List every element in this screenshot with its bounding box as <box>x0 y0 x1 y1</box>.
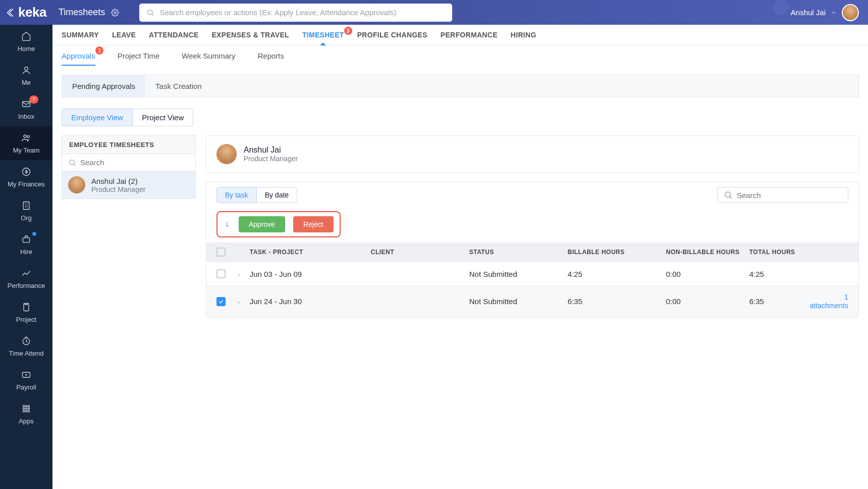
subtab-project-time[interactable]: Project Time <box>118 45 159 66</box>
employee-info: Anshul Jai (2) Product Manager <box>91 177 145 193</box>
toggle-employee-view[interactable]: Employee View <box>62 109 133 126</box>
badge: 7 <box>29 95 38 104</box>
sidebar-item-my-finances[interactable]: My Finances <box>0 160 52 194</box>
sidebar-item-inbox[interactable]: 7 Inbox <box>0 92 52 126</box>
sidebar-item-hire[interactable]: Hire <box>0 228 52 262</box>
gear-icon[interactable] <box>111 9 119 17</box>
toggle-by-date[interactable]: By date <box>257 187 297 203</box>
subtab-approvals[interactable]: Approvals 3 <box>62 45 95 66</box>
cell-status: Not Submitted <box>469 297 568 306</box>
toggle-project-view[interactable]: Project View <box>133 109 193 126</box>
sidebar-item-me[interactable]: Me <box>0 59 52 92</box>
employee-list-item[interactable]: Anshul Jai (2) Product Manager <box>62 171 196 199</box>
tab-performance[interactable]: PERFORMANCE <box>441 25 498 45</box>
chevron-right-icon[interactable]: › <box>238 298 240 306</box>
col-task: TASK - PROJECT <box>250 249 371 256</box>
attachments-link[interactable]: 1 attachments <box>810 293 848 310</box>
sidebar-item-payroll[interactable]: Payroll <box>0 363 52 397</box>
tab-summary[interactable]: SUMMARY <box>62 25 99 45</box>
avatar[interactable] <box>842 4 859 21</box>
sidebar-item-home[interactable]: Home <box>0 25 52 59</box>
tab-expenses-travel[interactable]: EXPENSES & TRAVEL <box>211 25 289 45</box>
logo-icon <box>6 8 16 18</box>
chevron-right-icon[interactable]: › <box>238 271 240 278</box>
finance-icon <box>21 166 32 177</box>
sidebar-item-label: Performance <box>8 282 45 289</box>
subtab-week-summary[interactable]: Week Summary <box>182 45 235 66</box>
sidebar-item-label: Time Attend <box>9 350 44 357</box>
search-icon <box>724 190 733 200</box>
approve-button[interactable]: Approve <box>239 216 285 232</box>
cell-total: 4:25 <box>749 270 810 278</box>
col-billable: BILLABLE HOURS <box>568 249 666 256</box>
svg-line-2 <box>152 14 153 16</box>
reject-button[interactable]: Reject <box>293 216 334 232</box>
row-checkbox[interactable] <box>216 269 226 278</box>
sidebar-item-time-attend[interactable]: Time Attend <box>0 329 52 363</box>
employee-panel: EMPLOYEE TIMESHEETS Anshul Jai (2) Produ… <box>62 135 196 199</box>
svg-point-15 <box>28 405 29 407</box>
user-icon <box>21 65 32 76</box>
svg-point-17 <box>25 408 27 409</box>
primary-tabs: SUMMARY LEAVE ATTENDANCE EXPENSES & TRAV… <box>52 25 868 45</box>
global-search-input[interactable] <box>159 8 445 17</box>
toggle-by-task[interactable]: By task <box>216 187 257 203</box>
approval-tabs: Pending Approvals Task Creation <box>62 75 859 97</box>
tab-task-creation[interactable]: Task Creation <box>145 75 212 97</box>
tab-pending-approvals[interactable]: Pending Approvals <box>62 75 145 97</box>
hire-icon <box>21 234 32 245</box>
employee-name: Anshul Jai (2) <box>91 177 145 185</box>
col-nonbillable: NON-BILLABLE HOURS <box>666 249 749 256</box>
cell-attachments: 1 attachments <box>810 293 848 310</box>
user-menu[interactable]: Anshul Jai <box>791 4 859 21</box>
inner-content: Pending Approvals Task Creation Employee… <box>52 66 868 327</box>
table-row[interactable]: › Jun 03 - Jun 09 Not Submitted 4:25 0:0… <box>206 262 858 285</box>
tab-timesheet[interactable]: TIMESHEET 3 <box>302 25 344 45</box>
search-icon <box>68 159 76 167</box>
tab-label: TIMESHEET <box>302 31 344 39</box>
svg-point-22 <box>70 160 74 164</box>
home-icon <box>21 31 32 42</box>
select-all-checkbox[interactable] <box>216 248 226 257</box>
clock-icon <box>21 335 32 347</box>
tab-leave[interactable]: LEAVE <box>112 25 136 45</box>
cell-range: Jun 24 - Jun 30 <box>250 297 371 306</box>
attachments-label: attachments <box>810 302 848 310</box>
row-checkbox[interactable] <box>216 297 226 306</box>
table-search-input[interactable] <box>737 191 842 200</box>
sidebar-item-project[interactable]: Project <box>0 296 52 329</box>
avatar <box>216 144 237 164</box>
attachments-count: 1 <box>844 293 848 301</box>
sidebar-item-org[interactable]: Org <box>0 194 52 228</box>
table-row[interactable]: › Jun 24 - Jun 30 Not Submitted 6:35 0:0… <box>206 285 858 317</box>
tab-attendance[interactable]: ATTENDANCE <box>149 25 198 45</box>
sidebar-item-performance[interactable]: Performance <box>0 262 52 296</box>
app-logo[interactable]: keka <box>6 5 46 20</box>
subtab-reports[interactable]: Reports <box>257 45 284 66</box>
employee-search-input[interactable] <box>80 158 189 167</box>
svg-point-18 <box>28 408 29 409</box>
performance-icon <box>21 268 32 279</box>
sidebar-item-label: My Finances <box>8 180 45 188</box>
filter-bar: By task By date <box>206 182 858 207</box>
table-search[interactable] <box>717 187 848 203</box>
global-search[interactable] <box>139 4 452 22</box>
cell-billable: 6:35 <box>568 297 666 306</box>
profile-role: Product Manager <box>244 155 298 163</box>
project-icon <box>21 302 32 313</box>
apps-icon <box>21 403 32 414</box>
tab-hiring[interactable]: HIRING <box>511 25 536 45</box>
profile-card: Anshul Jai Product Manager <box>206 135 859 173</box>
sidebar-item-label: Payroll <box>16 383 36 391</box>
svg-point-6 <box>27 135 29 137</box>
sidebar-item-label: Hire <box>20 248 32 256</box>
sort-icon[interactable] <box>224 220 231 229</box>
svg-line-23 <box>74 164 75 166</box>
sidebar-item-apps[interactable]: Apps <box>0 397 52 431</box>
tab-profile-changes[interactable]: PROFILE CHANGES <box>357 25 427 45</box>
subtab-label: Approvals <box>62 52 95 60</box>
sidebar-item-my-team[interactable]: My Team <box>0 126 52 160</box>
left-sidebar: Home Me 7 Inbox My Team My Finances Org … <box>0 25 52 489</box>
svg-point-13 <box>23 405 24 407</box>
employee-search[interactable] <box>62 154 196 171</box>
